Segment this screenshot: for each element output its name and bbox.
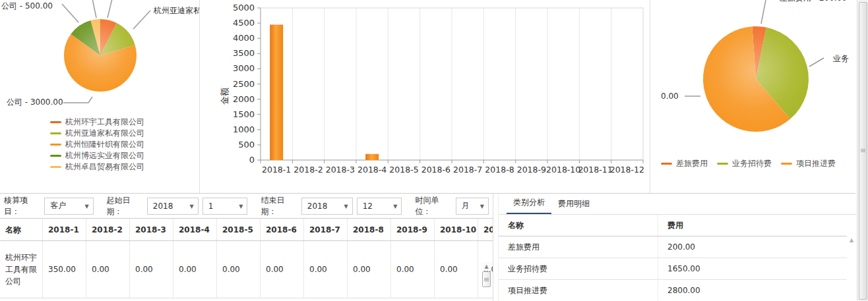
cell-value: 350.00: [43, 241, 86, 298]
col-header-month: 2018-3: [130, 219, 173, 240]
account-item-select[interactable]: 客户▼: [44, 198, 93, 215]
analysis-panel: 类别分析 费用明细 名称 费用 差旅费用200.00业务招待费1650.00项目…: [498, 194, 856, 301]
legend-label: 杭州环宇工具有限公司: [65, 117, 144, 128]
bar-ticks: [257, 8, 643, 163]
cell-category-name: 差旅费用: [499, 236, 658, 258]
svg-text:2500: 2500: [233, 79, 255, 89]
legend-label: 杭州恒隆针织有限公司: [65, 139, 144, 150]
table-row: 业务招待费1650.00: [499, 258, 847, 280]
cell-category-name: 业务招待费: [499, 258, 658, 279]
col-header-month: 2018-4: [173, 219, 217, 240]
svg-text:2018-3: 2018-3: [326, 165, 355, 175]
legend-swatch-icon: [50, 155, 61, 157]
pie-label-travel-clipped: 差旅费用 - 200.00: [780, 0, 847, 4]
legend-label: 差旅费用: [676, 158, 708, 169]
pie-label-500: 公司 - 500.00: [1, 1, 53, 12]
legend-item[interactable]: 杭州环宇工具有限公司: [50, 117, 149, 128]
legend-label: 杭州卓昌贸易有限公司: [65, 161, 144, 173]
svg-text:0: 0: [249, 155, 255, 165]
svg-text:1000: 1000: [233, 124, 255, 134]
legend-swatch-icon: [781, 163, 792, 165]
category-pie-slices[interactable]: [703, 26, 809, 132]
cell-fee-value: 1650.00: [658, 264, 847, 273]
chevron-down-icon: ▼: [344, 204, 348, 209]
chevron-down-icon: ▼: [84, 204, 88, 209]
category-table-body: 差旅费用200.00业务招待费1650.00项目推进费2800.00: [499, 236, 847, 301]
svg-text:1500: 1500: [233, 109, 255, 119]
start-year-select[interactable]: 2018▼: [147, 198, 199, 215]
table-row: 差旅费用200.00: [499, 236, 847, 258]
time-unit-label: 时间单位：: [415, 195, 451, 217]
col-header-name: 名称: [0, 219, 43, 240]
customer-pie-slices[interactable]: [64, 19, 137, 92]
page-scrollbar-thumb[interactable]: [859, 2, 867, 300]
col-header-month: 2018-11: [478, 219, 493, 240]
category-pie-panel: 差旅费用 - 200.00 业务 0.00 差旅费用业务招待费项目推进费: [650, 0, 855, 193]
col-header-month: 2018-2: [86, 219, 130, 240]
bar-2018-4[interactable]: [365, 154, 379, 160]
legend-swatch-icon: [50, 166, 61, 168]
legend-item[interactable]: 业务招待费: [717, 158, 772, 169]
scrollbar-thumb[interactable]: [482, 271, 491, 287]
legend-item[interactable]: 差旅费用: [661, 158, 708, 169]
end-year-select[interactable]: 2018▼: [301, 198, 353, 215]
svg-text:2018-9: 2018-9: [517, 165, 546, 175]
pivot-table-panel: 核算项目： 客户▼ 起始日期： 2018▼ 1▼ 结束日期： 2018▼ 12▼…: [0, 194, 493, 301]
svg-text:2018-6: 2018-6: [421, 165, 450, 175]
legend-label: 业务招待费: [732, 158, 772, 169]
bar-y-axis-labels: 0500100015002000250030003500400045005000: [233, 3, 255, 165]
cell-value: 0.00: [173, 241, 217, 298]
svg-text:500: 500: [238, 140, 255, 150]
pivot-table-scrollbar[interactable]: ▲: [481, 262, 491, 288]
legend-item[interactable]: 项目推进费: [781, 158, 836, 169]
start-date-label: 起始日期：: [107, 195, 143, 217]
cell-value: 0.00: [86, 241, 130, 298]
chevron-down-icon: ▼: [239, 204, 243, 209]
bar-gridlines: [292, 8, 611, 160]
pie-label-business: 业务: [833, 53, 849, 65]
legend-label: 杭州博远实业有限公司: [65, 150, 144, 161]
dashboard: 公司 - 500.00 杭州亚迪家私 公司 - 3000.00 杭州环宇工具有限…: [0, 0, 868, 301]
time-unit-select[interactable]: 月▼: [456, 198, 489, 215]
svg-text:2018-2: 2018-2: [294, 165, 323, 175]
pie-label-yadi: 杭州亚迪家私: [154, 5, 200, 16]
monthly-bar-chart: 0500100015002000250030003500400045005000…: [200, 0, 650, 193]
svg-text:2018-4: 2018-4: [357, 165, 387, 175]
svg-text:2018-1: 2018-1: [262, 165, 291, 175]
legend-item[interactable]: 杭州卓昌贸易有限公司: [50, 161, 149, 173]
cell-value: 0.00: [217, 241, 261, 298]
svg-text:4000: 4000: [233, 33, 255, 43]
bar-x-axis-labels: 2018-12018-22018-32018-42018-52018-62018…: [262, 165, 644, 175]
svg-text:2018-5: 2018-5: [389, 165, 418, 175]
scroll-up-icon[interactable]: ▲: [481, 262, 491, 271]
end-month-select[interactable]: 12▼: [357, 198, 402, 215]
bar-2018-1[interactable]: [270, 24, 283, 160]
legend-swatch-icon: [50, 144, 61, 146]
category-table-header: 名称 费用: [499, 215, 847, 236]
tab-category-analysis[interactable]: 类别分析: [507, 194, 551, 214]
legend-label: 项目推进费: [796, 158, 836, 169]
legend-swatch-icon: [717, 163, 728, 165]
svg-text:4500: 4500: [233, 18, 255, 28]
svg-text:3000: 3000: [233, 63, 255, 73]
svg-text:2018-8: 2018-8: [485, 165, 514, 175]
col-header-month: 2018-10: [435, 219, 478, 240]
category-table: 名称 费用 差旅费用200.00业务招待费1650.00项目推进费2800.00: [499, 215, 847, 301]
legend-item[interactable]: 杭州亚迪家私有限公司: [50, 128, 149, 139]
cell-value: 0.00: [304, 241, 348, 298]
legend-item[interactable]: 杭州博远实业有限公司: [50, 150, 149, 161]
cell-fee-value: 2800.00: [658, 286, 847, 295]
page-scrollbar[interactable]: [857, 0, 868, 301]
category-table-scrollbar[interactable]: ▲: [847, 237, 856, 243]
svg-text:3500: 3500: [233, 48, 255, 58]
col-fee-header: 费用: [658, 220, 847, 231]
pivot-table-body: 杭州环宇工具有限公司350.000.000.000.000.000.000.00…: [0, 241, 493, 298]
tab-expense-detail[interactable]: 费用明细: [551, 194, 596, 214]
col-header-month: 2018-8: [348, 219, 391, 240]
legend-item[interactable]: 杭州恒隆针织有限公司: [50, 139, 149, 150]
start-month-select[interactable]: 1▼: [202, 198, 248, 215]
pivot-table: 名称2018-12018-22018-32018-42018-52018-620…: [0, 218, 493, 301]
analysis-tabs: 类别分析 费用明细: [499, 194, 856, 215]
cell-category-name: 项目推进费: [499, 280, 658, 301]
chevron-down-icon: ▼: [393, 204, 397, 209]
